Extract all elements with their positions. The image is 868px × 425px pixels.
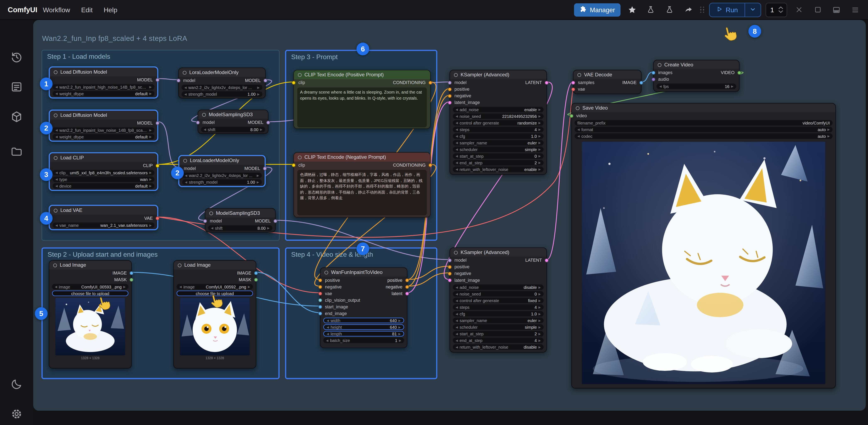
collapse-dot[interactable] bbox=[53, 263, 57, 267]
conditioning-output-port[interactable] bbox=[428, 163, 432, 167]
choose-file-button[interactable]: choose file to upload bbox=[52, 291, 128, 296]
audio-input-port[interactable] bbox=[652, 77, 655, 81]
node-load-image-start[interactable]: Load Image IMAGE MASK ◀imageComfyUI_0059… bbox=[49, 260, 132, 368]
positive-input-port[interactable] bbox=[448, 87, 452, 91]
theme-icon[interactable] bbox=[10, 378, 23, 390]
collapse-dot[interactable] bbox=[54, 70, 58, 74]
stepper-up-icon[interactable] bbox=[778, 6, 783, 9]
manager-button[interactable]: Manager bbox=[574, 3, 621, 17]
node-save-video[interactable]: Save Video video filename_prefixvideo/Co… bbox=[571, 103, 836, 389]
fps-widget[interactable]: ◀fps16▶ bbox=[656, 84, 736, 89]
model-output-port[interactable] bbox=[155, 121, 159, 125]
latent-output-port[interactable] bbox=[405, 292, 409, 296]
image-output-port[interactable] bbox=[639, 81, 643, 85]
latent-output-port[interactable] bbox=[545, 81, 549, 85]
return-leftover-noise-widget[interactable]: ◀return_with_leftover_noiseenable▶ bbox=[453, 167, 544, 172]
positive-prompt-textarea[interactable]: A dreamy scene where a little cat is sle… bbox=[297, 87, 427, 127]
maximize-icon[interactable] bbox=[810, 2, 825, 17]
clip-type-widget[interactable]: ◀typewan▶ bbox=[53, 176, 154, 182]
model-output-port[interactable] bbox=[264, 79, 267, 83]
strength-model-widget[interactable]: ◀strength_model1.00▶ bbox=[182, 91, 262, 97]
mask-output-port[interactable] bbox=[129, 278, 133, 282]
unet-name-widget[interactable]: ◀wan2.2_fun_inpaint_high_noise_14B_fp8_s… bbox=[53, 84, 154, 90]
positive-output-port[interactable] bbox=[405, 279, 409, 283]
latent-image-input-port[interactable] bbox=[448, 101, 452, 105]
control-after-generate-widget[interactable]: ◀control after generatefixed▶ bbox=[453, 298, 544, 303]
width-widget[interactable]: ◀width640▶ bbox=[323, 318, 404, 323]
collapse-dot[interactable] bbox=[54, 156, 58, 160]
sampler-name-widget[interactable]: ◀sampler_nameeuler▶ bbox=[453, 318, 544, 323]
unet-name-widget[interactable]: ◀wan2.2_fun_inpaint_low_noise_14B_fp8_sc… bbox=[53, 127, 154, 133]
lora-name-widget[interactable]: ◀wan2.2_i2v_lightx2v_4steps_lor ...▶ bbox=[182, 173, 262, 178]
queue-icon[interactable] bbox=[10, 81, 23, 93]
model-output-port[interactable] bbox=[266, 121, 270, 125]
scheduler-widget[interactable]: ◀schedulersimple▶ bbox=[453, 324, 544, 330]
grip-icon[interactable] bbox=[700, 6, 705, 13]
weight-dtype-widget[interactable]: ◀weight_dtypedefault▶ bbox=[53, 134, 154, 139]
images-input-port[interactable] bbox=[652, 71, 655, 75]
model-input-port[interactable] bbox=[203, 219, 207, 223]
clip-input-port[interactable] bbox=[292, 163, 296, 167]
collapse-dot[interactable] bbox=[578, 73, 581, 77]
node-clip-text-encode-negative[interactable]: CLIP Text Encode (Negative Prompt) clipC… bbox=[293, 152, 431, 218]
device-widget[interactable]: ◀devicedefault▶ bbox=[53, 183, 154, 189]
collapse-dot[interactable] bbox=[454, 251, 458, 254]
star-icon[interactable] bbox=[625, 2, 639, 17]
negative-input-port[interactable] bbox=[448, 94, 452, 98]
node-vae-decode[interactable]: VAE Decode samplesIMAGE vae bbox=[573, 70, 642, 94]
mask-output-port[interactable] bbox=[254, 278, 258, 282]
end-at-step-widget[interactable]: ◀end_at_step2▶ bbox=[453, 160, 544, 166]
node-model-sampling-sd3-1[interactable]: ModelSamplingSD3 modelMODEL ◀shift8.00▶ bbox=[197, 109, 268, 134]
steps-widget[interactable]: ◀steps4▶ bbox=[453, 304, 544, 310]
collapse-dot[interactable] bbox=[657, 63, 661, 67]
model-output-port[interactable] bbox=[263, 167, 267, 171]
menu-edit[interactable]: Edit bbox=[75, 2, 98, 17]
collapse-dot[interactable] bbox=[298, 155, 302, 159]
vae-input-port[interactable] bbox=[571, 87, 575, 91]
node-load-diffusion-model-low[interactable]: Load Diffusion Model MODEL ◀wan2.2_fun_i… bbox=[49, 109, 158, 142]
model-output-port[interactable] bbox=[155, 78, 159, 82]
batch-count-stepper[interactable]: 1 bbox=[766, 2, 787, 17]
node-lora-loader-2[interactable]: LoraLoaderModelOnly modelMODEL ◀wan2.2_i… bbox=[178, 155, 266, 187]
collapse-dot[interactable] bbox=[178, 263, 182, 267]
bottom-panel-icon[interactable] bbox=[829, 2, 843, 17]
conditioning-output-port[interactable] bbox=[428, 81, 432, 85]
steps-widget[interactable]: ◀steps4▶ bbox=[453, 127, 544, 132]
sampler-name-widget[interactable]: ◀sampler_nameeuler▶ bbox=[453, 140, 544, 146]
run-button[interactable]: Run bbox=[710, 6, 744, 13]
flask-icon[interactable] bbox=[662, 2, 677, 17]
batch-size-widget[interactable]: ◀batch_size1▶ bbox=[323, 338, 404, 343]
clip-name-widget[interactable]: ◀clip_umt5_xxl_fp8_e4m3fn_scaled.safeten… bbox=[53, 170, 154, 175]
menu-icon[interactable] bbox=[848, 2, 862, 17]
collapse-dot[interactable] bbox=[209, 211, 213, 215]
control-after-generate-widget[interactable]: ◀control after generaterandomize▶ bbox=[453, 120, 544, 126]
image-file-widget[interactable]: ◀imageComfyUI_00592_.png▶ bbox=[177, 284, 253, 290]
model-input-port[interactable] bbox=[448, 81, 452, 85]
end-at-step-widget[interactable]: ◀end_at_step4▶ bbox=[453, 338, 544, 343]
node-clip-text-encode-positive[interactable]: CLIP Text Encode (Positive Prompt) clipC… bbox=[293, 70, 431, 129]
samples-input-port[interactable] bbox=[571, 81, 575, 85]
settings-icon[interactable] bbox=[10, 408, 23, 420]
weight-dtype-widget[interactable]: ◀weight_dtypedefault▶ bbox=[53, 91, 154, 96]
node-load-diffusion-model-high[interactable]: Load Diffusion Model MODEL ◀wan2.2_fun_i… bbox=[49, 66, 158, 99]
clip-input-port[interactable] bbox=[292, 81, 296, 85]
collapse-dot[interactable] bbox=[324, 270, 328, 274]
history-icon[interactable] bbox=[10, 51, 23, 63]
clip-output-port[interactable] bbox=[155, 164, 159, 168]
positive-input-port[interactable] bbox=[318, 279, 322, 283]
node-load-image-end[interactable]: Load Image IMAGE MASK ◀imageComfyUI_0059… bbox=[173, 260, 256, 368]
flask-icon[interactable] bbox=[644, 2, 658, 17]
model-output-port[interactable] bbox=[273, 219, 277, 223]
vae-output-port[interactable] bbox=[155, 217, 159, 220]
close-icon[interactable] bbox=[792, 2, 806, 17]
noise-seed-widget[interactable]: ◀noise_seed221824495232956▶ bbox=[453, 113, 544, 119]
share-icon[interactable] bbox=[681, 2, 696, 17]
negative-prompt-textarea[interactable]: 色调艳丽，过曝，静态，细节模糊不清，字幕，风格，作品，画作，画面，静止，整体发灰… bbox=[297, 170, 427, 216]
format-widget[interactable]: ◀formatauto▶ bbox=[575, 127, 833, 132]
length-widget[interactable]: ◀length81▶ bbox=[323, 331, 404, 336]
scheduler-widget[interactable]: ◀schedulersimple▶ bbox=[453, 147, 544, 152]
model-input-port[interactable] bbox=[448, 258, 452, 262]
noise-seed-widget[interactable]: ◀noise_seed0▶ bbox=[453, 291, 544, 297]
image-output-port[interactable] bbox=[129, 271, 133, 275]
node-load-clip[interactable]: Load CLIP CLIP ◀clip_umt5_xxl_fp8_e4m3fn… bbox=[49, 152, 158, 191]
